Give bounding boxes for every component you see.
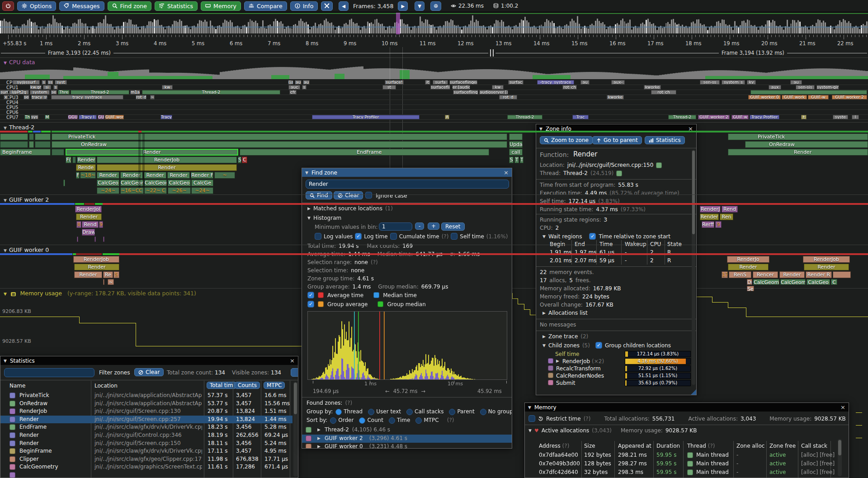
- cpu-zone-bar[interactable]: Tracy I: [160, 115, 172, 119]
- cpu-zone-bar[interactable]: m1a: [130, 90, 140, 95]
- zone-bar[interactable]: Render F: [191, 172, 213, 179]
- zone-bar[interactable]: Render: [804, 264, 849, 270]
- cpu-zone-bar[interactable]: GUIF w: [731, 115, 749, 119]
- zone-bar[interactable]: [833, 271, 851, 278]
- memory-col-header[interactable]: Duration: [656, 443, 680, 449]
- cpu-zone-bar[interactable]: Thre: [58, 90, 70, 95]
- child-zone-row[interactable]: Self time172.14 µs (3.83%): [536, 350, 692, 358]
- radio-mtpc[interactable]: [415, 417, 422, 424]
- legend-checkbox[interactable]: ✓: [307, 292, 314, 298]
- options-button[interactable]: Options: [17, 1, 56, 11]
- cpu-zone-bar[interactable]: A: [445, 115, 449, 119]
- zone-bar[interactable]: Render: [700, 213, 719, 220]
- group-children-checkbox[interactable]: ✓: [595, 342, 602, 349]
- zone-bar[interactable]: [29, 133, 34, 140]
- zone-bar[interactable]: ~18~: [80, 172, 96, 179]
- zone-bar[interactable]: S: [238, 156, 241, 163]
- wait-regions-section[interactable]: ▼Wait regions ✓ Time relative to zone st…: [542, 233, 670, 240]
- zone-bar[interactable]: ~: [214, 172, 235, 179]
- stats-scrollbar[interactable]: [294, 383, 297, 414]
- cpu-zone-bar[interactable]: l: [852, 115, 859, 119]
- cpu-zone-bar[interactable]: ~: [150, 95, 155, 99]
- zone-bar[interactable]: OnRedraw: [745, 141, 868, 148]
- self-time-checkbox[interactable]: [451, 233, 458, 240]
- zone-bar[interactable]: CalcGeomet: [780, 279, 806, 285]
- zone-statistics-button[interactable]: Statistics: [645, 136, 685, 144]
- allocations-list-section[interactable]: ▶Allocations list: [542, 310, 588, 316]
- zone-bar[interactable]: OnRedraw: [52, 141, 507, 148]
- find-zone-titlebar[interactable]: ▼ Find zone ×: [302, 168, 512, 177]
- child-zone-row[interactable]: Submit35.63 µs (0.79%): [536, 379, 692, 387]
- cpu-zone-bar[interactable]: st: [382, 85, 396, 90]
- zone-bar[interactable]: CalcGeo: [168, 180, 191, 186]
- selected-zone-bar[interactable]: Render: [66, 149, 238, 156]
- zone-bar[interactable]: [29, 141, 34, 148]
- call-stack-links[interactable]: [alloc] [free]: [801, 452, 835, 458]
- cpu-zone-bar[interactable]: syst: [31, 115, 38, 119]
- col-location[interactable]: Location: [94, 383, 118, 389]
- zone-bar[interactable]: 5: [113, 271, 119, 278]
- cpu-zone-bar[interactable]: syst: [55, 80, 67, 85]
- zone-bar[interactable]: ~24~: [97, 187, 119, 194]
- zone-bar[interactable]: RenS: [729, 271, 751, 278]
- zone-bar[interactable]: PrivateTick: [728, 133, 868, 140]
- statistics-row[interactable]: Clipperjni/../jni/src/claw/gfx/geo/Clipp…: [0, 455, 292, 463]
- zone-bar[interactable]: RenderJo: [727, 256, 769, 263]
- allocation-row[interactable]: 0x7dfaa64e00192 bytes298.21 ms59.95 sMai…: [525, 451, 837, 459]
- zone-bar[interactable]: Rend: [82, 221, 99, 228]
- zone-bar[interactable]: Rerff: [702, 221, 714, 228]
- cpu-zone-bar[interactable]: Thread-2: [142, 90, 280, 95]
- cpu-zone-bar[interactable]: s: [53, 85, 58, 90]
- child-zone-row[interactable]: CalcRenderNodes51.51 µs (1.15%): [536, 372, 692, 379]
- close-icon[interactable]: ×: [840, 404, 845, 411]
- messages-button[interactable]: Messages: [59, 1, 104, 11]
- zone-bar[interactable]: Render: [74, 271, 102, 278]
- child-zones-section[interactable]: ▼Child zones (5) ✓ Group children locati…: [542, 342, 671, 349]
- cpu-zone-bar[interactable]: Thread-2: [507, 115, 542, 119]
- cumulate-time-checkbox[interactable]: [390, 233, 397, 240]
- cpu-zone-bar[interactable]: surfac: [508, 80, 524, 85]
- cpu-data-header[interactable]: ▼CPU data: [4, 59, 35, 66]
- ignore-case-checkbox[interactable]: [365, 192, 372, 199]
- zone-bar[interactable]: [52, 149, 64, 156]
- statistics-row[interactable]: [0, 471, 292, 478]
- collapse-icon[interactable]: ▼: [4, 359, 7, 363]
- filter-zones-input[interactable]: [4, 368, 94, 377]
- cpu-zone-bar[interactable]: Tracy Profiler: [750, 115, 779, 119]
- zone-bar[interactable]: [35, 141, 51, 148]
- zone-bar[interactable]: Render: [74, 264, 119, 270]
- reset-button[interactable]: Reset: [441, 222, 465, 231]
- zone-bar[interactable]: [35, 133, 51, 140]
- cpu-zone-bar[interactable]: it: [425, 80, 430, 85]
- go-to-parent-button[interactable]: Go to parent: [592, 136, 642, 144]
- statistics-row[interactable]: Renderjni/../jni/src/guif/Screen.cpp:257…: [0, 416, 292, 423]
- cpu-zone-bar[interactable]: auc: [288, 85, 300, 90]
- cpu-zone-bar[interactable]: l@Pt2g: [9, 90, 29, 95]
- cpu-zone-bar[interactable]: rot_d: [136, 95, 146, 99]
- find-zone-button[interactable]: Find zone: [108, 1, 151, 11]
- statistics-row[interactable]: RenderJobjni/../jni/src/guif/Screen.cpp:…: [0, 407, 292, 415]
- cpu-zone-bar[interactable]: Trac: [572, 115, 589, 119]
- cpu-zone-bar[interactable]: system_s: [722, 80, 745, 85]
- info-button[interactable]: Info: [290, 1, 318, 11]
- frame-label-left[interactable]: Frame 3,193 (22.45 ms): [45, 50, 113, 56]
- cpu-zone-bar[interactable]: s: [42, 80, 46, 85]
- cpu-zone-bar[interactable]: surfa: [433, 80, 448, 85]
- zone-bar[interactable]: ~26~: [168, 187, 191, 194]
- call-stack-links[interactable]: [alloc] [free]: [801, 460, 835, 467]
- cpu-zone-bar[interactable]: x: [4, 95, 8, 99]
- cpu-zone-bar[interactable]: system-girns: [816, 85, 839, 90]
- zone-bar[interactable]: F(: [66, 156, 71, 163]
- radio-thread[interactable]: [335, 409, 342, 415]
- memory-col-header[interactable]: Call stack: [801, 443, 827, 449]
- zone-bar[interactable]: [103, 237, 104, 242]
- col-total-time-button[interactable]: Total tim: [207, 382, 236, 389]
- memory-col-header[interactable]: Zone free: [769, 443, 796, 449]
- zone-bar[interactable]: EndFrame: [240, 149, 489, 156]
- statistics-button[interactable]: Statistics: [155, 1, 198, 11]
- zone-bar[interactable]: Render: [167, 172, 190, 179]
- cpu-zone-bar[interactable]: Thread-2: [71, 90, 129, 95]
- cpu-zone-bar[interactable]: system: [30, 90, 50, 95]
- zone-bar[interactable]: Rencer: [753, 271, 778, 278]
- find-zone-histogram[interactable]: [307, 311, 507, 380]
